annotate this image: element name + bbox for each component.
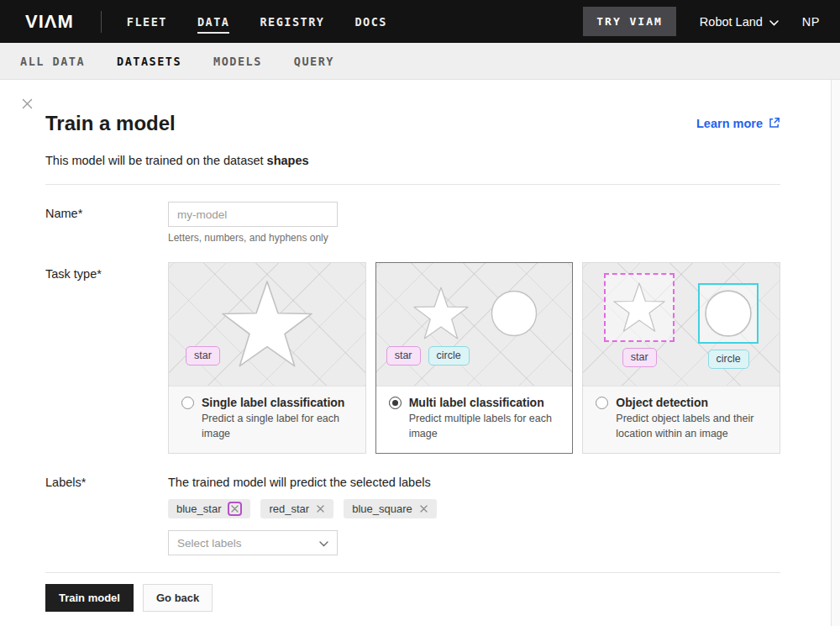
- multi-label-preview: star circle: [376, 263, 573, 387]
- remove-chip-icon[interactable]: [316, 504, 325, 513]
- radio-multi-label[interactable]: [389, 397, 402, 409]
- tab-query[interactable]: QUERY: [294, 55, 334, 68]
- train-model-panel: Train a model Learn more This model will…: [0, 80, 832, 626]
- viam-logo[interactable]: VIΛM: [25, 11, 74, 33]
- card-title: Object detection: [616, 396, 708, 409]
- single-label-preview: star: [169, 263, 365, 387]
- star-tag: star: [622, 348, 657, 367]
- dataset-name: shapes: [267, 154, 309, 167]
- card-title: Single label classification: [202, 396, 344, 409]
- star-bounding-box: [604, 273, 675, 342]
- org-name: Robot Land: [700, 15, 763, 29]
- chip-text: red_star: [269, 502, 309, 515]
- card-description: Predict object labels and their location…: [616, 412, 767, 441]
- nav-data[interactable]: DATA: [197, 10, 230, 34]
- chip-text: blue_star: [176, 502, 221, 515]
- labels-label: Labels*: [45, 471, 168, 555]
- star-shape: [218, 277, 316, 371]
- star-tag: star: [186, 346, 220, 366]
- task-card-multi-label[interactable]: star circle Multi label classification P…: [375, 262, 574, 454]
- external-link-icon: [769, 117, 780, 131]
- select-placeholder: Select labels: [177, 537, 242, 550]
- name-label: Name*: [45, 202, 168, 244]
- page-title: Train a model: [45, 112, 176, 135]
- star-shape: [412, 286, 470, 341]
- learn-more-link[interactable]: Learn more: [696, 117, 780, 131]
- nav-fleet[interactable]: FLEET: [127, 10, 167, 34]
- circle-shape: [491, 290, 538, 337]
- close-icon[interactable]: [20, 97, 34, 111]
- labels-hint: The trained model will predict the selec…: [168, 471, 780, 489]
- radio-single-label[interactable]: [181, 397, 194, 409]
- avatar[interactable]: NP: [802, 15, 820, 29]
- label-chip: blue_star: [168, 499, 250, 518]
- model-name-input[interactable]: [168, 202, 338, 227]
- labels-select[interactable]: Select labels: [168, 530, 338, 555]
- task-card-object-detection[interactable]: star circle: [582, 262, 780, 454]
- label-chip: blue_square: [344, 499, 437, 518]
- circle-tag: circle: [428, 346, 470, 366]
- learn-more-label: Learn more: [696, 117, 763, 130]
- dataset-subtitle: This model will be trained on the datase…: [45, 154, 780, 167]
- star-shape: [612, 281, 667, 334]
- card-title: Multi label classification: [409, 396, 544, 409]
- actions-divider: [45, 572, 780, 573]
- card-description: Predict multiple labels for each image: [409, 412, 560, 441]
- selected-labels: blue_star red_star blue_square: [168, 499, 780, 518]
- label-chip: red_star: [260, 499, 333, 518]
- circle-bounding-box: [698, 283, 759, 344]
- top-nav: FLEET DATA REGISTRY DOCS: [127, 10, 387, 34]
- remove-chip-icon[interactable]: [228, 502, 242, 516]
- name-helper-text: Letters, numbers, and hyphens only: [168, 232, 780, 244]
- nav-docs[interactable]: DOCS: [354, 10, 387, 34]
- org-switcher[interactable]: Robot Land: [700, 15, 779, 29]
- remove-chip-icon[interactable]: [419, 504, 428, 513]
- card-description: Predict a single label for each image: [202, 412, 353, 441]
- circle-shape: [704, 289, 753, 338]
- tab-models[interactable]: MODELS: [213, 55, 262, 68]
- tab-datasets[interactable]: DATASETS: [117, 55, 181, 68]
- tab-all-data[interactable]: ALL DATA: [20, 55, 85, 68]
- chevron-down-icon: [319, 537, 328, 550]
- try-viam-button[interactable]: TRY VIAM: [583, 7, 676, 36]
- task-type-label: Task type*: [45, 262, 168, 454]
- star-tag: star: [386, 346, 421, 366]
- go-back-button[interactable]: Go back: [143, 584, 213, 612]
- circle-tag: circle: [708, 350, 749, 369]
- nav-registry[interactable]: REGISTRY: [260, 10, 324, 34]
- top-header: VIΛM FLEET DATA REGISTRY DOCS TRY VIAM R…: [0, 0, 840, 43]
- object-detection-preview: star circle: [583, 263, 780, 387]
- data-subnav: ALL DATA DATASETS MODELS QUERY: [0, 43, 840, 80]
- train-model-button[interactable]: Train model: [45, 584, 134, 612]
- radio-object-detection[interactable]: [596, 397, 608, 409]
- task-card-single-label[interactable]: star Single label classification Predict…: [168, 262, 366, 454]
- chip-text: blue_square: [352, 502, 412, 515]
- chevron-down-icon: [769, 15, 779, 29]
- header-divider: [101, 11, 102, 33]
- section-divider: [45, 184, 780, 185]
